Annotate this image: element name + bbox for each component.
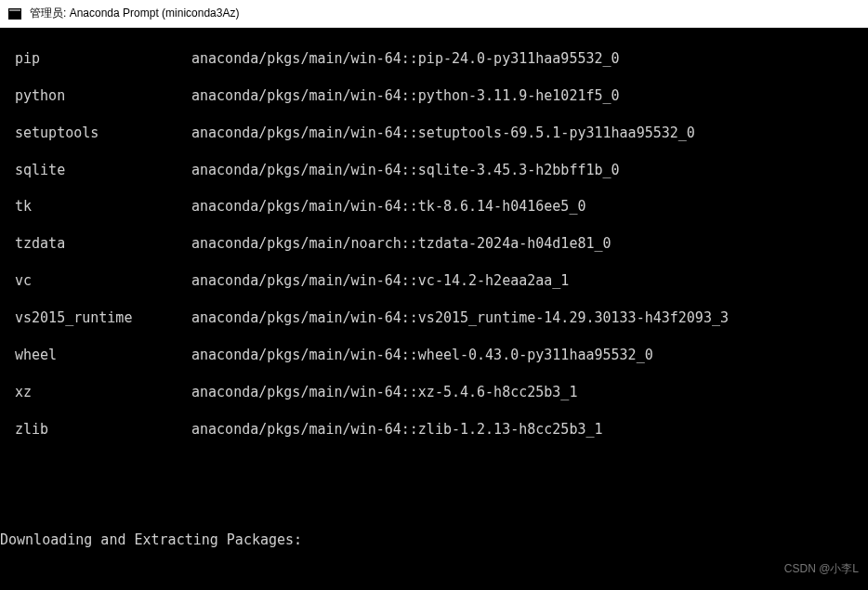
package-row: vcanaconda/pkgs/main/win-64::vc-14.2-h2e… bbox=[0, 272, 868, 291]
terminal-area[interactable]: pipanaconda/pkgs/main/win-64::pip-24.0-p… bbox=[0, 28, 868, 590]
package-spec: anaconda/pkgs/main/win-64::zlib-1.2.13-h… bbox=[191, 421, 603, 439]
package-spec: anaconda/pkgs/main/win-64::wheel-0.43.0-… bbox=[191, 347, 653, 365]
package-row: pipanaconda/pkgs/main/win-64::pip-24.0-p… bbox=[0, 50, 868, 69]
package-name: xz bbox=[15, 384, 191, 402]
svg-rect-1 bbox=[9, 9, 20, 11]
package-name: python bbox=[15, 87, 191, 106]
package-row: zlibanaconda/pkgs/main/win-64::zlib-1.2.… bbox=[0, 421, 868, 439]
package-spec: anaconda/pkgs/main/win-64::tk-8.6.14-h04… bbox=[191, 198, 585, 216]
package-name: wheel bbox=[15, 347, 191, 365]
package-row: tzdataanaconda/pkgs/main/noarch::tzdata-… bbox=[0, 235, 868, 254]
output-line bbox=[0, 494, 868, 513]
package-name: zlib bbox=[15, 421, 191, 439]
output-line bbox=[0, 458, 868, 477]
package-row: tkanaconda/pkgs/main/win-64::tk-8.6.14-h… bbox=[0, 198, 868, 216]
app-icon bbox=[7, 7, 22, 21]
package-row: setuptoolsanaconda/pkgs/main/win-64::set… bbox=[0, 125, 868, 143]
package-spec: anaconda/pkgs/main/win-64::python-3.11.9… bbox=[191, 87, 620, 106]
package-spec: anaconda/pkgs/main/noarch::tzdata-2024a-… bbox=[191, 235, 612, 254]
package-spec: anaconda/pkgs/main/win-64::sqlite-3.45.3… bbox=[191, 162, 620, 180]
package-spec: anaconda/pkgs/main/win-64::pip-24.0-py31… bbox=[191, 50, 620, 69]
output-line bbox=[0, 569, 868, 587]
package-row: sqliteanaconda/pkgs/main/win-64::sqlite-… bbox=[0, 162, 868, 180]
package-name: vs2015_runtime bbox=[15, 309, 191, 328]
package-name: tk bbox=[15, 198, 191, 216]
package-name: pip bbox=[15, 50, 191, 69]
watermark-text: CSDN @小李L bbox=[784, 562, 859, 577]
package-name: tzdata bbox=[15, 235, 191, 254]
package-row: pythonanaconda/pkgs/main/win-64::python-… bbox=[0, 87, 868, 106]
package-name: setuptools bbox=[15, 125, 191, 143]
window-title: 管理员: Anaconda Prompt (miniconda3Az) bbox=[30, 6, 239, 21]
package-spec: anaconda/pkgs/main/win-64::vs2015_runtim… bbox=[191, 309, 729, 328]
package-row: xzanaconda/pkgs/main/win-64::xz-5.4.6-h8… bbox=[0, 384, 868, 402]
package-spec: anaconda/pkgs/main/win-64::setuptools-69… bbox=[191, 125, 695, 143]
package-row: wheelanaconda/pkgs/main/win-64::wheel-0.… bbox=[0, 347, 868, 365]
package-name: vc bbox=[15, 272, 191, 291]
package-spec: anaconda/pkgs/main/win-64::vc-14.2-h2eaa… bbox=[191, 272, 569, 291]
package-spec: anaconda/pkgs/main/win-64::xz-5.4.6-h8cc… bbox=[191, 384, 577, 402]
package-name: sqlite bbox=[15, 162, 191, 180]
window-titlebar: 管理员: Anaconda Prompt (miniconda3Az) bbox=[0, 0, 868, 28]
package-row: vs2015_runtimeanaconda/pkgs/main/win-64:… bbox=[0, 309, 868, 328]
output-line: Downloading and Extracting Packages: bbox=[0, 531, 868, 550]
